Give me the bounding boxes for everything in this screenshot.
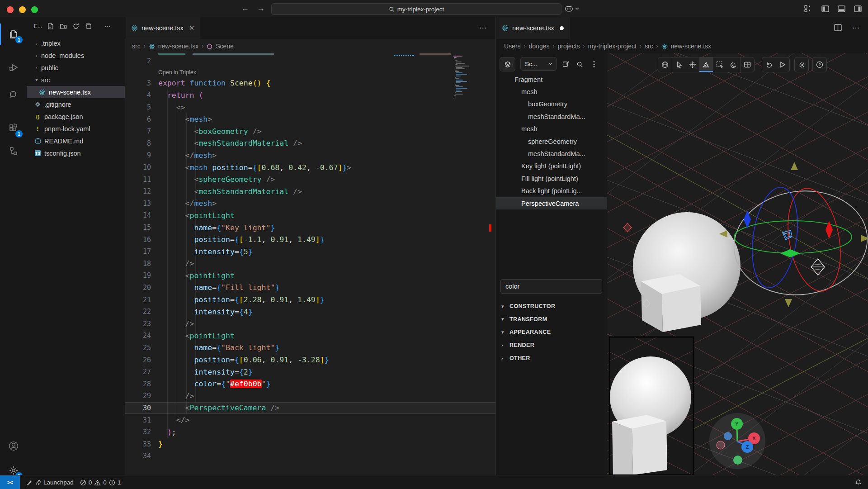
- code-line-5[interactable]: 5 <>: [125, 101, 495, 114]
- file-item--gitignore[interactable]: .gitignore: [27, 98, 125, 110]
- code-line-18[interactable]: 18 />: [125, 258, 495, 270]
- file-item-readme-md[interactable]: README.md: [27, 135, 125, 147]
- filter-props-input[interactable]: [500, 279, 602, 294]
- viewport-settings-button[interactable]: [795, 57, 808, 72]
- scene-tree-item-meshstandardma-[interactable]: meshStandardMa...: [496, 110, 607, 123]
- remote-indicator[interactable]: ><: [0, 475, 20, 489]
- scene-select-dropdown[interactable]: Sc...: [520, 57, 557, 71]
- triplex-breadcrumb-item[interactable]: new-scene.tsx: [671, 43, 711, 50]
- file-item-package-json[interactable]: {}package.json: [27, 110, 125, 123]
- code-line-13[interactable]: 13 </mesh>: [125, 198, 495, 210]
- forward-button[interactable]: →: [255, 4, 266, 13]
- code-line-21[interactable]: 21 position={[2.28, 0.91, 1.49]}: [125, 294, 495, 306]
- scene-tree-item-mesh[interactable]: mesh: [496, 123, 607, 135]
- hierarchy-activity-button[interactable]: [0, 140, 27, 162]
- back-button[interactable]: ←: [240, 4, 250, 13]
- code-line-26[interactable]: 26 position={[0.06, 0.91, -3.28]}: [125, 354, 495, 366]
- box-mesh[interactable]: [641, 274, 701, 332]
- toggle-secondary-sidebar-icon[interactable]: [853, 4, 863, 13]
- file-item-node-modules[interactable]: ›node_modules: [27, 49, 125, 62]
- run-debug-activity-button[interactable]: [0, 57, 27, 79]
- triplex-breadcrumb-item[interactable]: Users: [504, 43, 521, 50]
- section-render[interactable]: ›RENDER: [496, 339, 607, 352]
- axis-neg-y-dot[interactable]: [733, 456, 742, 465]
- triplex-breadcrumb-item[interactable]: my-triplex-project: [588, 43, 637, 50]
- search-scene-button[interactable]: [574, 58, 585, 70]
- collapse-folders-icon[interactable]: [85, 22, 93, 30]
- close-window-button[interactable]: [7, 6, 14, 13]
- scene-tree-item-perspectivecamera[interactable]: PerspectiveCamera: [496, 197, 607, 209]
- problems-item[interactable]: 0 0 1: [80, 479, 121, 486]
- code-line-24[interactable]: 24 <pointLight: [125, 330, 495, 342]
- code-line-8[interactable]: 8 <meshStandardMaterial />: [125, 138, 495, 150]
- chevron-down-icon[interactable]: [574, 4, 580, 13]
- section-appearance[interactable]: ▾APPEARANCE: [496, 326, 607, 339]
- breadcrumb-symbol[interactable]: Scene: [216, 43, 234, 50]
- code-line-4[interactable]: 4 return (: [125, 89, 495, 101]
- code-line-22[interactable]: 22 intensity={4}: [125, 306, 495, 318]
- section-transform[interactable]: ▾TRANSFORM: [496, 313, 607, 326]
- launchpad-item[interactable]: Launchpad: [26, 479, 74, 486]
- scene-tree-item-meshstandardma-[interactable]: meshStandardMa...: [496, 147, 607, 160]
- toggle-panel-icon[interactable]: [836, 4, 846, 13]
- scene-tree-item-fragment[interactable]: Fragment: [496, 73, 607, 85]
- code-editor[interactable]: 2Open in Triplex3export function Scene()…: [125, 53, 495, 475]
- code-line-20[interactable]: 20 name={"Fill light"}: [125, 282, 495, 294]
- triplex-breadcrumb-item[interactable]: douges: [529, 43, 550, 50]
- command-center-search[interactable]: my-triplex-project: [271, 3, 561, 15]
- refresh-icon[interactable]: [72, 22, 80, 30]
- triplex-tab-new-scene[interactable]: new-scene.tsx: [496, 17, 570, 39]
- triplex-breadcrumb-item[interactable]: projects: [558, 43, 580, 50]
- extensions-activity-button[interactable]: 1: [0, 118, 27, 139]
- scene-tree-item-mesh[interactable]: mesh: [496, 85, 607, 98]
- codelens-open-in-triplex[interactable]: Open in Triplex: [158, 69, 196, 76]
- tab-new-scene[interactable]: new-scene.tsx ✕: [126, 17, 200, 39]
- editor-more-actions-icon[interactable]: ⋯: [479, 24, 487, 32]
- code-line-10[interactable]: 10 <mesh position={[0.68, 0.42, -0.67]}>: [125, 161, 495, 174]
- breadcrumb-src[interactable]: src: [132, 43, 141, 50]
- scene-tree-item-boxgeometry[interactable]: boxGeometry: [496, 98, 607, 110]
- explorer-activity-button[interactable]: 1: [0, 24, 27, 45]
- code-line-19[interactable]: 19 <pointLight: [125, 270, 495, 282]
- scene-tree-item-spheregeometry[interactable]: sphereGeometry: [496, 135, 607, 147]
- new-file-icon[interactable]: [47, 22, 55, 30]
- globe-tool-button[interactable]: [658, 57, 672, 72]
- triplex-breadcrumb-item[interactable]: src: [645, 43, 653, 50]
- explorer-more-actions-icon[interactable]: ⋯: [104, 22, 112, 30]
- modified-dot-icon[interactable]: [560, 26, 564, 30]
- play-button[interactable]: [776, 57, 789, 72]
- code-line-12[interactable]: 12 <meshStandardMaterial />: [125, 185, 495, 198]
- notifications-button[interactable]: [855, 479, 862, 486]
- code-line-34[interactable]: 34: [125, 450, 495, 462]
- file-item-pnpm-lock-yaml[interactable]: !pnpm-lock.yaml: [27, 123, 125, 135]
- code-line-2[interactable]: 2: [125, 55, 495, 67]
- axis-neg-x-dot[interactable]: [717, 441, 725, 449]
- code-line-11[interactable]: 11 <sphereGeometry />: [125, 173, 495, 185]
- customize-layout-icon[interactable]: [803, 4, 813, 13]
- file-item-new-scene-tsx[interactable]: new-scene.tsx: [27, 86, 125, 98]
- file-item-public[interactable]: ›public: [27, 62, 125, 74]
- close-icon[interactable]: ✕: [189, 24, 195, 32]
- toggle-primary-sidebar-icon[interactable]: [820, 4, 830, 13]
- scene-more-actions-button[interactable]: [588, 58, 600, 70]
- code-line-32[interactable]: 32 );: [125, 426, 495, 438]
- accounts-button[interactable]: [0, 435, 27, 457]
- triplex-more-actions-icon[interactable]: ⋯: [852, 24, 860, 32]
- layers-button[interactable]: [500, 57, 515, 71]
- file-item--triplex[interactable]: ›.triplex: [27, 37, 125, 49]
- undo-button[interactable]: [762, 57, 776, 72]
- help-button[interactable]: ?: [813, 57, 826, 72]
- grid-tool-button[interactable]: [741, 57, 754, 72]
- file-item-tsconfig-json[interactable]: TStsconfig.json: [27, 147, 125, 159]
- cursor-tool-button[interactable]: [672, 57, 686, 72]
- section-constructor[interactable]: ▾CONSTRUCTOR: [496, 300, 607, 313]
- code-line-15[interactable]: 15 name={"Key light"}: [125, 222, 495, 234]
- scene-tree-item-fill-light-pointlight-[interactable]: Fill light (pointLight): [496, 172, 607, 185]
- code-line-9[interactable]: 9 </mesh>: [125, 149, 495, 161]
- code-line-25[interactable]: 25 name={"Back light"}: [125, 342, 495, 354]
- axis-gizmo[interactable]: Y X Z: [709, 413, 765, 469]
- code-line-23[interactable]: 23 />: [125, 318, 495, 330]
- code-line-17[interactable]: 17 intensity={5}: [125, 246, 495, 258]
- minimap[interactable]: [453, 54, 482, 113]
- scene-tree-item-key-light-pointlight-[interactable]: Key light (pointLight): [496, 160, 607, 172]
